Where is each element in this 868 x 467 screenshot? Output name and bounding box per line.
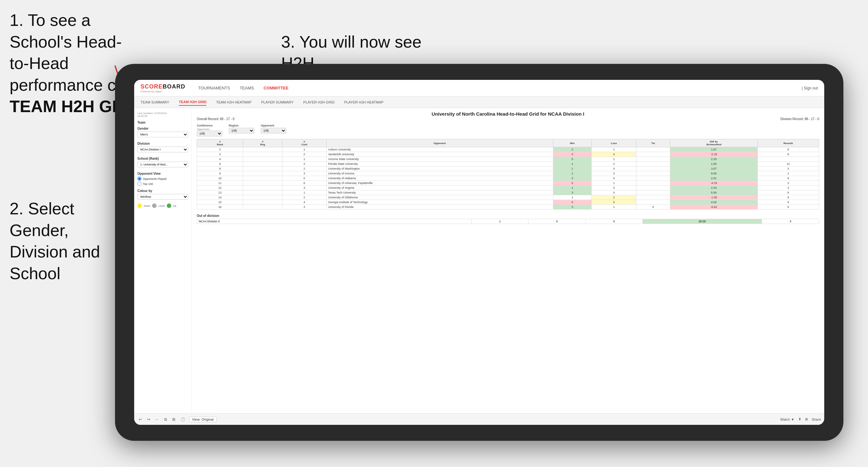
app-nav: SCOREBOARD Powered by clippd TOURNAMENTS…: [134, 80, 824, 96]
team-label: Team: [137, 121, 188, 124]
col-rounds: Rounds: [757, 139, 819, 147]
main-content: Last Updated: 27/03/2024 16:55:38 Team G…: [134, 108, 824, 413]
down-color-dot: [137, 204, 142, 208]
colour-section: Colour by Win/loss Down Level Up: [137, 189, 188, 208]
out-of-division-header: Out of division: [197, 214, 819, 218]
col-win: Win: [553, 139, 592, 147]
table-row: 9 3 University of Arizona 1 0 9.00 2: [197, 171, 819, 176]
region-select[interactable]: (All): [229, 128, 254, 133]
present-button[interactable]: ⬆: [798, 417, 801, 421]
clock-button[interactable]: 🕐: [179, 416, 187, 422]
sub-nav-team-summary[interactable]: TEAM SUMMARY: [141, 99, 169, 105]
table-row: 16 3 University of Florida 3 1 0 -6.62 9: [197, 205, 819, 210]
col-tie: Tie: [637, 139, 670, 147]
down-label: Down: [144, 205, 150, 207]
copy-button[interactable]: ⧉: [163, 416, 168, 422]
region-filter: Region (All): [229, 124, 254, 133]
sub-nav-player-h2h-grid[interactable]: PLAYER H2H GRID: [303, 99, 335, 105]
sub-nav-player-summary[interactable]: PLAYER SUMMARY: [261, 99, 293, 105]
undo-button[interactable]: ↩: [137, 416, 143, 422]
table-row: 8 2 University of Washington 1 0 3.67 3: [197, 166, 819, 171]
share-button[interactable]: Share: [812, 417, 821, 421]
timestamp: Last Updated: 27/03/2024 16:55:38: [137, 112, 188, 118]
table-row: 14 2 University of Oklahoma 1 2 -1.00 9: [197, 195, 819, 200]
table-row: 3 2 Vanderbilt University 0 4 -2.29 8: [197, 152, 819, 157]
sub-nav: TEAM SUMMARY TEAM H2H GRID TEAM H2H HEAT…: [134, 96, 824, 108]
table-row: 15 4 Georgia Institute of Technology 0 5…: [197, 200, 819, 205]
opponent-view-radios: Opponents Played Top 100: [137, 177, 188, 186]
level-label: Level: [158, 205, 164, 207]
up-color-dot: [167, 204, 171, 208]
conference-select[interactable]: (All): [197, 131, 222, 136]
grid-button[interactable]: ⊞: [805, 417, 808, 421]
division-select[interactable]: NCAA Division I: [137, 147, 188, 152]
colour-legend: Down Level Up: [137, 204, 188, 208]
sub-nav-team-h2h-grid[interactable]: TEAM H2H GRID: [179, 99, 207, 106]
opponent-view-label: Opponent View: [137, 172, 188, 175]
up-label: Up: [173, 205, 176, 207]
app-logo: SCOREBOARD Powered by clippd: [141, 83, 185, 93]
data-panel: University of North Carolina Head-to-Hea…: [192, 108, 824, 413]
radio-opponents-played[interactable]: Opponents Played: [137, 177, 188, 181]
col-rank: #Rank: [197, 139, 243, 147]
sign-out-button[interactable]: | Sign out: [802, 86, 818, 90]
opponent-select[interactable]: (All): [261, 128, 286, 133]
radio-top100[interactable]: Top 100: [137, 182, 188, 186]
table-row: 11 6 University of Arkansas, Fayettevill…: [197, 181, 819, 186]
school-label: School (Rank): [137, 157, 188, 160]
nav-tournaments[interactable]: TOURNAMENTS: [198, 84, 230, 92]
nav-teams[interactable]: TEAMS: [240, 84, 254, 92]
watch-button[interactable]: Watch ▼: [780, 417, 795, 421]
col-reg: #Reg: [243, 139, 282, 147]
panel-records: Overall Record: 89 - 17 - 0 Division Rec…: [197, 117, 819, 121]
gender-select[interactable]: Men's: [137, 132, 188, 137]
col-opponent: Opponent: [326, 139, 553, 147]
school-select[interactable]: 1. University of Nort...: [137, 162, 188, 167]
back-button[interactable]: ←: [154, 416, 160, 422]
tablet-device: SCOREBOARD Powered by clippd TOURNAMENTS…: [115, 64, 843, 441]
table-row: 4 1 Arizona State University 5 1 2.29: [197, 157, 819, 162]
panel-title: University of North Carolina Head-to-Hea…: [197, 111, 819, 117]
out-of-division-table: NCAA Division II 1 0 0 26.00 3: [197, 219, 819, 224]
table-row: 10 5 University of Alabama 3 0 2.61 8: [197, 176, 819, 181]
col-loss: Loss: [592, 139, 637, 147]
tablet-screen: SCOREBOARD Powered by clippd TOURNAMENTS…: [134, 80, 824, 425]
bottom-toolbar: ↩ ↪ ← ⧉ ⊞ 🕐 View: Original Watch ▼ ⬆ ⊞ S…: [134, 413, 824, 425]
view-original-button[interactable]: View: Original: [189, 416, 217, 422]
table-row: 12 3 University of Virginia 1 0 2.33 3: [197, 186, 819, 190]
colour-select[interactable]: Win/loss: [137, 194, 188, 200]
nav-committee[interactable]: COMMITTEE: [264, 84, 288, 92]
division-label: Division: [137, 142, 188, 145]
paste-button[interactable]: ⊞: [171, 416, 177, 422]
sub-nav-player-h2h-heatmap[interactable]: PLAYER H2H HEATMAP: [344, 99, 383, 105]
table-row: 6 2 Florida State University 1 2 1.83 12: [197, 162, 819, 166]
level-color-dot: [152, 204, 157, 208]
nav-items: TOURNAMENTS TEAMS COMMITTEE: [198, 84, 802, 92]
table-row: 13 1 Texas Tech University 3 0 5.56 9: [197, 190, 819, 195]
opponent-filter: Opponent (All): [261, 124, 286, 133]
h2h-table: #Rank #Reg #Conf Opponent Win Loss Tie D…: [197, 139, 819, 210]
annotation-mid-left: 2. Select Gender, Division and School: [9, 198, 131, 284]
gender-label: Gender: [137, 127, 188, 130]
sub-nav-team-h2h-heatmap[interactable]: TEAM H2H HEATMAP: [216, 99, 251, 105]
redo-button[interactable]: ↪: [146, 416, 151, 422]
filter-row: Conference Opponents: (All) Region (All): [197, 124, 819, 136]
col-conf: #Conf: [282, 139, 327, 147]
toolbar-right: Watch ▼ ⬆ ⊞ Share: [780, 417, 821, 421]
colour-by-label: Colour by: [137, 189, 188, 193]
table-row: 2 1 Auburn University 2 1 1.67 9: [197, 147, 819, 152]
sidebar: Last Updated: 27/03/2024 16:55:38 Team G…: [134, 108, 192, 413]
ood-row: NCAA Division II 1 0 0 26.00 3: [197, 219, 819, 224]
col-diff: Diff AvStrokes/Rnd: [670, 139, 757, 147]
conference-filter: Conference Opponents: (All): [197, 124, 222, 136]
